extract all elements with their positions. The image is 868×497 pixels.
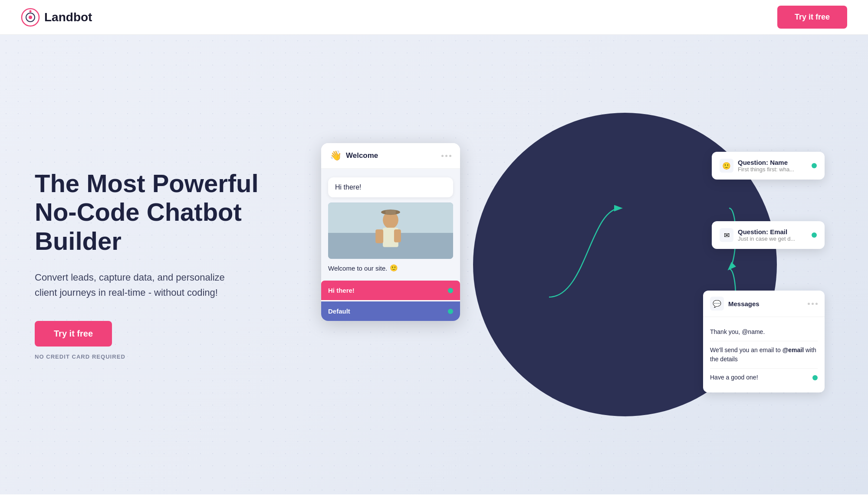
question-email-title: Question: Email [738,228,795,235]
menu-dot-3 [449,155,451,157]
messages-card-header: 💬 Messages [703,291,825,317]
menu-dot-1 [441,155,444,157]
option-dot-blue [448,309,453,314]
try-it-free-header-button[interactable]: Try it free [777,6,847,29]
option-dot-pink [448,288,453,293]
hero-subtitle: Convert leads, capture data, and persona… [35,270,234,300]
svg-point-2 [29,16,32,19]
svg-rect-10 [394,229,401,242]
chat-header-left: 👋 Welcome [330,150,378,161]
svg-point-3 [30,10,32,12]
hero-visualization: 👋 Welcome Hi there! [295,108,833,421]
messages-icon: 💬 [710,297,724,311]
question-name-icon: 🙂 [720,159,733,173]
chat-body: Hi there! [321,169,460,281]
email-variable: @email [783,347,804,353]
no-credit-card-text: NO CREDIT CARD REQUIRED [35,353,260,360]
logo-text: Landbot [44,10,92,24]
message-line-1: Thank you, @name. [710,323,818,341]
hero-left: The Most Powerful No-Code Chatbot Builde… [35,169,260,360]
chat-welcome-text: Welcome to our site. 🙂 [328,264,453,272]
svg-rect-12 [385,210,396,214]
wave-emoji: 👋 [330,150,342,161]
question-email-icon: ✉ [720,228,733,242]
chat-option-default[interactable]: Default [321,301,460,321]
svg-rect-9 [375,229,383,243]
messages-card: 💬 Messages Thank you, @name. We'll send … [703,291,825,392]
question-email-subtitle: Just in case we get d... [738,235,795,242]
messages-card-body: Thank you, @name. We'll send you an emai… [703,317,825,392]
messages-menu-dots[interactable] [808,303,818,305]
card-name-dot [812,163,817,168]
menu-dot-2 [445,155,447,157]
chat-window-header: 👋 Welcome [321,143,460,169]
chat-window-title: Welcome [346,151,378,160]
question-name-card: 🙂 Question: Name First things first: wha… [712,152,825,180]
messages-title: Messages [728,300,760,307]
header: Landbot Try it free [0,0,868,35]
question-name-title: Question: Name [738,159,794,166]
question-name-subtitle: First things first: wha... [738,166,794,173]
question-email-card: ✉ Question: Email Just in case we get d.… [712,221,825,249]
chat-image [328,203,453,259]
message-end-dot [812,375,818,380]
card-email-dot [812,232,817,238]
chat-option-hi-there[interactable]: Hi there! [321,281,460,300]
chat-window: 👋 Welcome Hi there! [321,143,460,321]
chat-choice-buttons: Hi there! Default [321,281,460,321]
message-line-3: Have a good one! [710,369,818,386]
try-it-free-hero-button[interactable]: Try it free [35,321,112,347]
chat-menu-dots[interactable] [441,155,451,157]
landbot-logo-icon [21,8,40,27]
logo: Landbot [21,8,92,27]
hero-title: The Most Powerful No-Code Chatbot Builde… [35,169,260,256]
message-line-2: We'll send you an email to @email with t… [710,341,818,369]
chat-bubble-hi: Hi there! [328,177,453,197]
hero-section: The Most Powerful No-Code Chatbot Builde… [0,35,868,494]
